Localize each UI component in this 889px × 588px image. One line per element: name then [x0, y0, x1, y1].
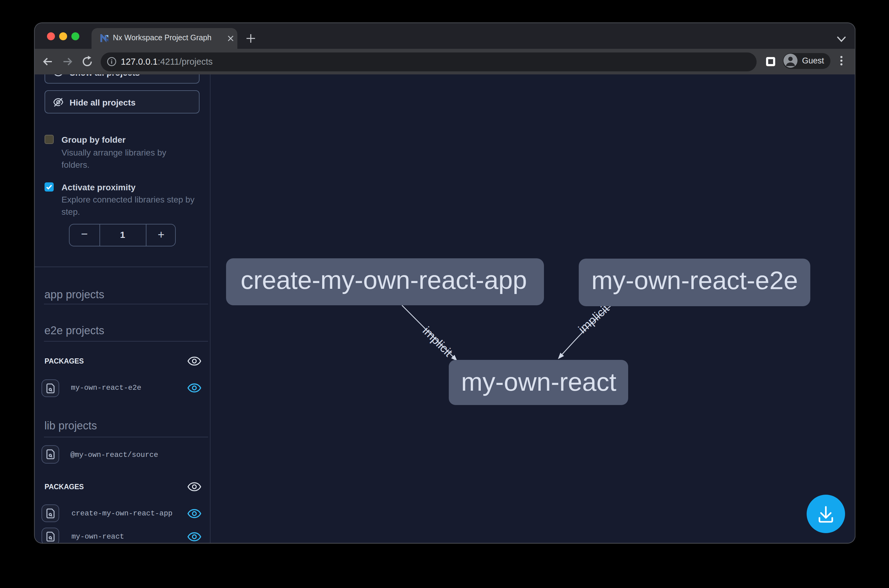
svg-text:my-own-react: my-own-react: [461, 367, 616, 396]
svg-text:implicit: implicit: [575, 302, 611, 336]
svg-text:implicit: implicit: [420, 324, 455, 359]
svg-text:my-own-react-e2e: my-own-react-e2e: [591, 266, 798, 294]
svg-text:create-my-own-react-app: create-my-own-react-app: [240, 266, 527, 294]
